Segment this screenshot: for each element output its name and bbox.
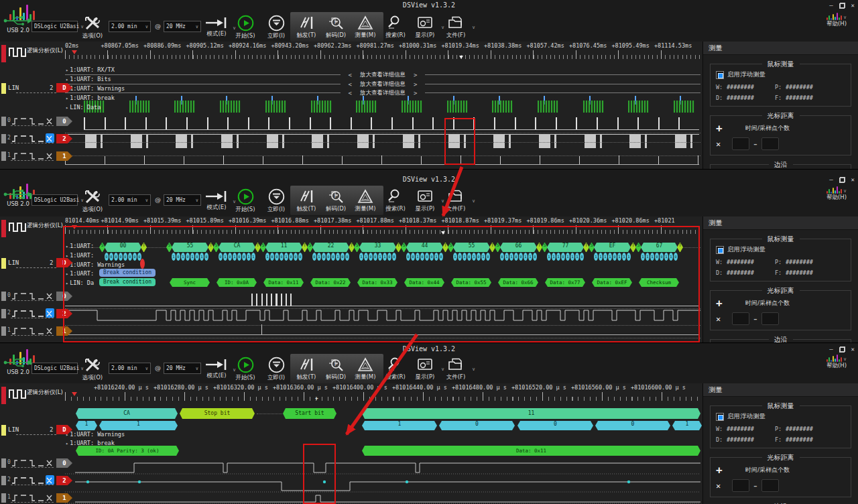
cursor-end-input[interactable] xyxy=(761,479,779,492)
floating-measure-checkbox[interactable] xyxy=(716,246,724,254)
decode-button[interactable]: P 解码(D) xyxy=(322,15,350,40)
sample-rate-select[interactable]: 20 MHz∨ xyxy=(164,363,201,374)
trigger-condition-icons[interactable] xyxy=(11,117,54,125)
decoder-row-label[interactable]: ▸LIN: Da xyxy=(66,279,94,286)
decoder-row-label[interactable]: ▸1:UART: Bits xyxy=(66,76,111,82)
expand-icon[interactable]: ▸ xyxy=(66,253,68,259)
start-button[interactable]: 开始(S) xyxy=(232,188,259,214)
expand-icon[interactable]: ▸ xyxy=(66,105,68,111)
close-icon[interactable]: ✕ xyxy=(851,346,855,353)
expand-icon[interactable]: ▸ xyxy=(66,244,68,249)
options-button[interactable]: 选项(O) xyxy=(78,357,107,382)
restore-icon[interactable] xyxy=(839,3,845,9)
expand-icon[interactable]: ▸ xyxy=(66,281,68,286)
sample-duration-select[interactable]: 2.00 min∨ xyxy=(109,194,151,206)
mode-button[interactable]: 模式(E) ∨ xyxy=(201,358,232,380)
sample-rate-select[interactable]: 20 MHz∨ xyxy=(164,194,201,206)
measure-button[interactable]: 测量(M) xyxy=(351,15,379,40)
decode-button[interactable]: P 解码(D) xyxy=(322,357,350,381)
trigger-button[interactable]: 触发(T) xyxy=(292,15,320,40)
file-button[interactable]: 文件(F) ∨ xyxy=(441,357,471,381)
decoder-row-label[interactable]: ▸1:UART: Warnings xyxy=(66,261,125,268)
expand-icon[interactable]: ▸ xyxy=(66,441,68,446)
options-button[interactable]: 选项(O) xyxy=(78,188,107,214)
decode-button[interactable]: P 解码(D) xyxy=(322,188,350,213)
help-button[interactable]: ∨ 帮助(H) xyxy=(818,11,855,28)
collapse-icon[interactable]: > xyxy=(406,90,425,97)
collapse-icon[interactable]: > xyxy=(406,72,425,78)
cursor-end-input[interactable] xyxy=(761,312,779,325)
waveform-view[interactable]: 81014.40ms+81014.90ms+81015.39ms+81015.8… xyxy=(64,216,702,342)
decoder-row-label[interactable]: ▸1:UART: Warnings xyxy=(66,431,125,438)
search-button[interactable]: 搜索(R) xyxy=(382,15,409,40)
collapse-icon[interactable]: < xyxy=(341,72,360,78)
display-button[interactable]: 显示(P) ∨ xyxy=(410,188,440,213)
trigger-condition-icons[interactable] xyxy=(11,292,54,300)
decoder-row-label[interactable]: ▸1:UART: break xyxy=(66,440,115,446)
cursor-end-input[interactable] xyxy=(761,137,779,150)
measure-button[interactable]: 测量(M) xyxy=(351,188,379,213)
trigger-condition-icons[interactable] xyxy=(11,309,54,318)
restore-icon[interactable] xyxy=(839,177,845,183)
expand-icon[interactable]: ▸ xyxy=(66,96,68,101)
collapse-icon[interactable]: > xyxy=(406,81,425,88)
mode-button[interactable]: 模式(E) ∨ xyxy=(201,190,232,212)
trigger-button[interactable]: 触发(T) xyxy=(292,357,320,381)
collapse-icon[interactable]: < xyxy=(341,90,360,97)
waveform-view[interactable]: 02ms+80867.05ms+80886.09ms+80905.12ms+80… xyxy=(64,42,702,169)
floating-measure-checkbox[interactable] xyxy=(716,71,724,79)
trigger-condition-icons[interactable] xyxy=(11,134,54,143)
search-button[interactable]: 搜索(R) xyxy=(382,357,409,381)
add-cursor-icon[interactable]: + xyxy=(716,297,728,310)
minimize-icon[interactable]: — xyxy=(829,176,833,183)
remove-cursor-icon[interactable]: ✕ xyxy=(716,314,728,324)
trigger-condition-icons[interactable] xyxy=(11,326,54,335)
add-cursor-icon[interactable]: + xyxy=(716,122,728,135)
sample-duration-select[interactable]: 2.00 min∨ xyxy=(109,363,151,374)
instant-button[interactable]: 立即(I) xyxy=(263,357,290,382)
device-select[interactable]: DSLogic U2Basi∨ xyxy=(32,194,78,206)
cursor-start-input[interactable] xyxy=(732,312,749,325)
collapse-icon[interactable]: < xyxy=(341,81,360,88)
decoder-row-label[interactable]: ▸1:UART: xyxy=(66,270,94,277)
file-button[interactable]: 文件(F) ∨ xyxy=(441,15,471,40)
device-select[interactable]: DSLogic U2Basi∨ xyxy=(32,363,78,374)
remove-cursor-icon[interactable]: ✕ xyxy=(716,139,728,149)
instant-button[interactable]: 立即(I) xyxy=(263,188,290,214)
start-button[interactable]: 开始(S) xyxy=(232,357,259,382)
search-button[interactable]: 搜索(R) xyxy=(382,188,409,213)
options-button[interactable]: 选项(O) xyxy=(78,15,107,40)
decoder-row-label[interactable]: ▸LIN: Data xyxy=(66,104,101,111)
close-icon[interactable]: ✕ xyxy=(851,176,855,183)
help-button[interactable]: ∨ 帮助(H) xyxy=(818,184,855,202)
trigger-condition-icons[interactable] xyxy=(11,493,54,502)
trigger-condition-icons[interactable] xyxy=(11,476,54,485)
sample-duration-select[interactable]: 2.00 min∨ xyxy=(109,21,151,32)
expand-icon[interactable]: ▸ xyxy=(66,77,68,82)
restore-icon[interactable] xyxy=(839,346,845,353)
decoder-row-label[interactable]: ▸1:UART: xyxy=(66,252,94,259)
close-icon[interactable]: ✕ xyxy=(851,2,855,9)
help-button[interactable]: ∨ 帮助(H) xyxy=(818,353,855,370)
mode-button[interactable]: 模式(E) ∨ xyxy=(201,16,232,38)
sample-rate-select[interactable]: 20 MHz∨ xyxy=(164,21,201,32)
waveform-view[interactable]: +81016240.00 μ s+81016280.00 μ s+8101632… xyxy=(64,383,702,504)
minimize-icon[interactable]: — xyxy=(829,2,833,9)
display-button[interactable]: 显示(P) ∨ xyxy=(410,357,440,381)
file-button[interactable]: 文件(F) ∨ xyxy=(441,188,471,213)
trigger-button[interactable]: 触发(T) xyxy=(292,188,320,213)
cursor-start-input[interactable] xyxy=(732,479,749,492)
display-button[interactable]: 显示(P) ∨ xyxy=(410,15,440,40)
remove-cursor-icon[interactable]: ✕ xyxy=(716,481,728,491)
trigger-condition-icons[interactable] xyxy=(11,151,54,160)
floating-measure-checkbox[interactable] xyxy=(716,413,724,421)
decoder-row-label[interactable]: ▸1:UART: RX/TX xyxy=(66,66,115,73)
device-select[interactable]: DSLogic U2Basi∨ xyxy=(32,21,78,32)
minimize-icon[interactable]: — xyxy=(829,346,833,353)
instant-button[interactable]: 立即(I) xyxy=(263,15,290,40)
decoder-row-label[interactable]: ▸1:UART: Warnings xyxy=(66,85,125,92)
expand-icon[interactable]: ▸ xyxy=(66,271,68,277)
decoder-row-label[interactable]: ▸1:UART: xyxy=(66,243,94,249)
measure-button[interactable]: 测量(M) xyxy=(351,357,379,381)
decoder-row-label[interactable]: ▸1:UART: break xyxy=(66,94,115,101)
